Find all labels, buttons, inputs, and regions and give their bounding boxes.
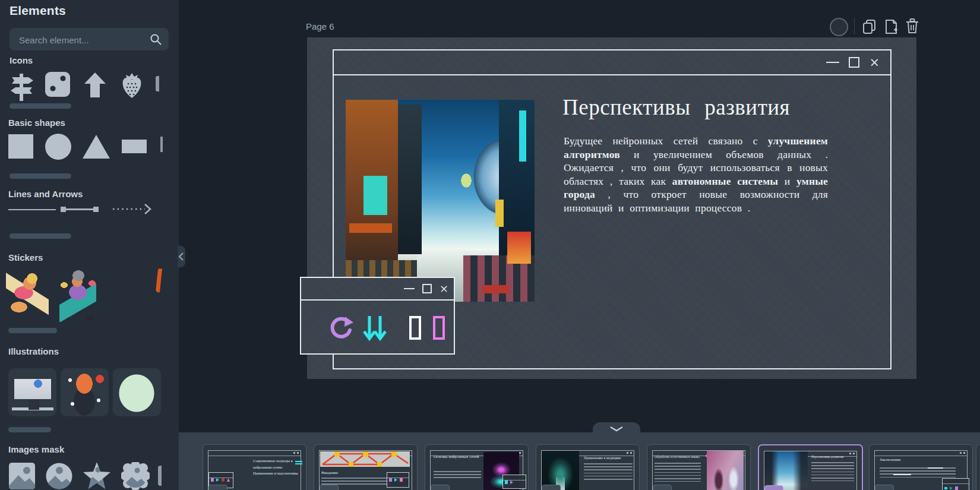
slide-image-futuristic-city[interactable] [346,100,535,302]
delete-page-icon[interactable] [905,18,920,34]
page-number-badge[interactable] [875,485,894,490]
thumbnail-title: Применение в медицине [584,456,621,461]
thumbnail-title: Основы нейронных сетей [434,454,485,461]
toolbar-divider [854,18,855,34]
section-label-lines: Lines and Arrows [8,189,83,199]
icons-scrollbar[interactable] [10,103,71,109]
section-label-stickers: Stickers [8,252,43,263]
floating-icons-window[interactable]: × [300,277,455,355]
bold-text-highlight [893,474,911,475]
network-graph-image [320,451,410,467]
sticker-partial [156,268,162,293]
rotate-icon[interactable] [328,315,355,342]
mini-window-controls [293,452,299,454]
square-mask[interactable] [8,462,36,490]
white-rectangle-outline[interactable] [409,316,421,340]
line-body [65,208,94,210]
triangle-shape[interactable] [83,135,110,159]
search-icon [150,33,162,46]
circle-shape[interactable] [45,134,71,160]
app-root: { "sidebar": { "title": "Elements", "sea… [0,0,980,490]
circle-mask[interactable] [46,463,72,489]
floating-window-titlebar: × [301,278,454,301]
thumbnail-slide-3[interactable]: Основы нейронных сетей [425,444,529,490]
thumbnail-text-placeholder [880,467,956,478]
sidebar-title: Elements [10,4,66,18]
close-icon: × [869,56,880,69]
minimize-icon [826,62,839,63]
thumbnail-title: Перспективы развития [811,454,843,460]
page-number-badge[interactable] [431,485,450,490]
dotted-arrow[interactable] [112,203,154,215]
thumbnail-slide-2[interactable]: Введение [314,444,418,490]
illustration-graduate-woman[interactable] [61,368,109,416]
search-box[interactable] [10,28,169,50]
star-mask[interactable] [83,461,111,490]
thumbnail-slide-1[interactable]: Современные подходы к нейронным сетям: П… [203,444,306,490]
thumbnail-title: Современные подходы к нейронным сетям: П… [253,458,299,477]
flower-mask[interactable] [121,462,150,490]
mask-partial [158,466,162,486]
thumbnail-slide-7[interactable]: Заключение [869,444,973,490]
lines-scrollbar[interactable] [10,233,71,239]
mini-titlebar [208,451,301,456]
mini-icons-window [387,472,409,488]
thumbnail-title: Введение [321,470,338,477]
illustrations-scrollbar[interactable] [8,427,51,432]
dice-icon[interactable] [44,71,71,98]
section-label-images-mask: Images mask [8,444,64,454]
thumbnail-text-placeholder [434,471,481,479]
equals-icon [295,461,302,462]
double-down-arrow-icon[interactable] [363,315,387,342]
page-number-badge[interactable] [208,485,227,490]
window-frame-titlebar: × [334,50,890,75]
thumbnail-slide-6-current[interactable]: Перспективы развития [758,444,863,490]
endpoint [93,207,99,212]
strawberry-icon[interactable] [120,71,144,99]
add-page-icon[interactable] [883,18,899,35]
line-with-endpoints[interactable] [61,206,99,212]
window-frame-controls: × [826,50,880,74]
illustration-graduate-jumping[interactable] [113,368,161,416]
thumbnail-slide-4[interactable]: Применение в медицине [536,444,640,490]
mini-icons-window [942,478,969,490]
pink-rectangle-outline[interactable] [433,316,445,340]
maximize-icon [849,57,859,68]
sidebar-collapse-button[interactable] [178,246,185,267]
shapes-scrollbar[interactable] [10,173,71,179]
page-number-badge-active[interactable] [764,485,783,490]
bold-text-highlight [928,467,943,469]
slide-title[interactable]: Перспективы развития [562,94,848,120]
slide-body-text[interactable]: Будущее нейронных сетей связано с улучше… [564,134,828,215]
signpost-icon[interactable] [8,71,34,102]
page-number-badge[interactable] [542,485,561,490]
stickers-scrollbar[interactable] [8,328,57,333]
section-label-icons: Icons [10,55,33,65]
sticker-coffee-person[interactable] [113,270,146,323]
square-shape[interactable] [8,134,33,159]
thumbnail-slide-5[interactable]: Обработка естественного языка [647,444,751,490]
duplicate-page-icon[interactable] [862,18,877,35]
chevron-left-icon [178,252,184,261]
sticker-situps-person[interactable] [6,270,49,321]
thumbnail-text-placeholder [584,463,633,481]
sticker-dumbbell-person[interactable] [59,268,96,322]
page-label: Page 6 [306,21,334,31]
thumbnail-title: Обработка естественного языка [655,454,700,460]
rectangle-shape[interactable] [122,140,147,153]
thumbnail-title: Заключение [880,457,901,464]
page-number-badge[interactable] [320,485,339,490]
section-label-illustrations: Illustrations [8,346,59,356]
arrow-up-icon[interactable] [83,71,107,99]
close-icon: × [440,283,448,294]
minimize-icon [404,288,415,289]
plain-line[interactable] [8,209,56,210]
maximize-icon [422,284,432,293]
woman-robot-image [707,451,744,490]
search-input[interactable] [18,28,145,52]
color-circle-button[interactable] [830,18,848,36]
illustration-graduation-building[interactable] [8,368,56,416]
page-number-badge[interactable] [653,485,672,490]
thumbnail-slide-8-partial[interactable] [976,444,980,490]
icon-partial [156,76,159,91]
